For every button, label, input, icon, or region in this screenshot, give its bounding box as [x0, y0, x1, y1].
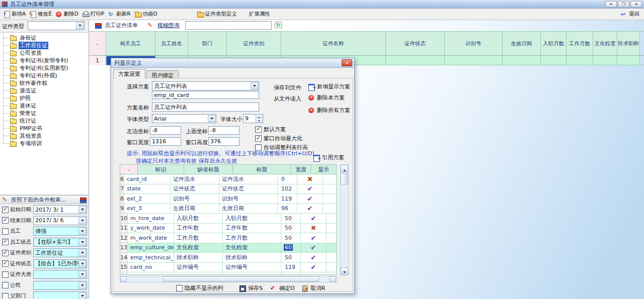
column-row[interactable]: 9 ext_3 生效日期 生效日期 96 ✔: [120, 204, 336, 214]
column-row[interactable]: 14 emp_technical_typ 技术职称 技术职称 50 ✔: [120, 253, 336, 263]
column-row[interactable]: 11 y_work_date 工作年数 工作年数 50 ✖: [120, 224, 336, 234]
column-width-value[interactable]: 50: [284, 215, 293, 222]
chevron-down-icon[interactable]: [78, 282, 86, 289]
filter-checkbox[interactable]: [2, 293, 9, 299]
chevron-down-icon[interactable]: [78, 260, 86, 267]
filter-combobox[interactable]: [33, 291, 87, 299]
column-header[interactable]: 标题: [233, 165, 291, 174]
font-size-spinner[interactable]: 9: [243, 114, 263, 123]
tree-item[interactable]: 专利证书(外观): [0, 72, 89, 79]
column-header[interactable]: 显示: [311, 165, 337, 174]
toolbar-button[interactable]: 功能O: [133, 10, 158, 18]
chevron-down-icon[interactable]: [78, 239, 86, 246]
chevron-down-icon[interactable]: [78, 292, 86, 299]
minimize-button[interactable]: ═: [605, 1, 617, 8]
tree-item[interactable]: 软件著作权: [0, 79, 89, 87]
fuzzy-search-input[interactable]: [185, 21, 272, 30]
visibility-mark[interactable]: ✔: [297, 204, 323, 214]
filter-combobox[interactable]: 工作居住证: [33, 248, 87, 257]
auto-maximize-checkbox[interactable]: [255, 135, 262, 142]
table-column-header[interactable]: 证件类别: [227, 32, 281, 55]
column-row[interactable]: 13 emp_culture_degr 文化程度 文化程度 60 ✔: [120, 243, 336, 253]
filter-checkbox[interactable]: [2, 282, 9, 288]
toolbar-button[interactable]: 修改E: [28, 10, 53, 18]
select-scheme-combobox[interactable]: 员工证件列表: [152, 81, 259, 90]
filter-combobox[interactable]: 【组合】1已办理申: [33, 259, 87, 268]
tree-item[interactable]: 专利证书(实用新型): [0, 64, 89, 72]
top-coord-input[interactable]: -8: [208, 126, 239, 135]
visibility-mark[interactable]: ✔: [301, 253, 327, 262]
ok-button[interactable]: 确定O: [270, 284, 295, 292]
tab-user-binding[interactable]: 用户绑定: [146, 70, 179, 78]
chevron-down-icon[interactable]: [78, 249, 86, 256]
default-scheme-checkbox[interactable]: [255, 126, 262, 133]
filter-combobox[interactable]: [33, 270, 87, 279]
column-row[interactable]: 6 card_id 证件流水 证件流水 0 ✖: [120, 174, 336, 184]
default-scheme-checkbox-row[interactable]: 默认方案: [255, 126, 286, 133]
visibility-mark[interactable]: ✔: [301, 263, 327, 272]
scroll-up-icon[interactable]: [341, 165, 348, 172]
column-header[interactable]: 标识: [138, 165, 184, 174]
column-row[interactable]: 15 card_no 证件编号 证件编号 119 ✔: [120, 263, 336, 273]
use-scheme-button[interactable]: 引用方案: [313, 154, 344, 161]
visibility-mark[interactable]: ✔: [297, 184, 323, 194]
column-width-value[interactable]: 50: [284, 235, 293, 241]
column-row[interactable]: 12 m_work_date 工作月数 工作月数 50 ✔: [120, 233, 336, 243]
tree-item[interactable]: 其他资质: [0, 132, 89, 140]
chevron-down-icon[interactable]: [78, 228, 86, 235]
column-header[interactable]: 宽度: [291, 165, 311, 174]
tree-item[interactable]: 身份证: [0, 34, 89, 42]
filter-checkbox[interactable]: [2, 217, 9, 224]
table-column-header[interactable]: 证件名称: [281, 32, 386, 55]
read-from-file-button[interactable]: 从文件读入: [274, 95, 301, 103]
save-to-file-button[interactable]: 保存到文件: [274, 84, 301, 91]
table-column-header[interactable]: 员工姓名: [155, 32, 188, 55]
toolbar-button[interactable]: 删除D: [54, 10, 79, 18]
column-width-value[interactable]: 0: [280, 176, 286, 182]
visibility-mark[interactable]: ✖: [301, 224, 327, 233]
table-column-header[interactable]: 相关员工: [106, 32, 155, 55]
table-column-header[interactable]: 文化程度: [593, 32, 617, 55]
hide-hidden-columns-checkbox[interactable]: [176, 285, 183, 291]
chevron-down-icon[interactable]: [76, 22, 84, 29]
panel-toggle-icon[interactable]: [79, 196, 87, 203]
table-column-header[interactable]: 技术职称: [617, 32, 640, 55]
visibility-mark[interactable]: ✖: [297, 174, 323, 184]
left-coord-input[interactable]: -8: [150, 126, 181, 135]
column-row[interactable]: 10 m_hire_date 入职月数 入职月数 50 ✔: [120, 214, 336, 224]
filter-checkbox[interactable]: [2, 207, 9, 213]
delete-scheme-button[interactable]: 删除本方案: [308, 94, 345, 102]
toolbar-button[interactable]: 新增A: [2, 10, 27, 18]
filter-checkbox[interactable]: [2, 250, 9, 256]
vertical-scrollbar[interactable]: [340, 164, 349, 275]
hide-hidden-columns-row[interactable]: 隐藏不显示的列: [176, 284, 223, 292]
chevron-down-icon[interactable]: [78, 206, 86, 213]
tab-employee-cert-list[interactable]: 员工证件清单: [95, 22, 138, 29]
tree-item[interactable]: 退伍证: [0, 87, 89, 94]
tree-item[interactable]: 专利证书(发明专利): [0, 57, 89, 64]
toolbar-button[interactable]: 扩展属性: [239, 10, 271, 18]
visibility-mark[interactable]: ✔: [301, 272, 327, 275]
tree-item[interactable]: 荣誉证: [0, 110, 89, 117]
column-row[interactable]: 8 ext_2 识别号 识别号 119 ✔: [120, 194, 336, 204]
save-button[interactable]: 保存S: [239, 284, 263, 292]
cert-type-combobox[interactable]: [28, 21, 85, 30]
table-column-header[interactable]: 工作月数: [567, 32, 593, 55]
tree-item[interactable]: 工作居住证: [0, 42, 89, 49]
tab-scheme-settings[interactable]: 方案设置: [113, 69, 145, 78]
spin-up-icon[interactable]: [256, 115, 263, 119]
scroll-thumb[interactable]: [163, 276, 319, 282]
visibility-mark[interactable]: ✔: [297, 194, 323, 204]
tab-fuzzy-search[interactable]: 模糊查询: [147, 22, 180, 29]
auto-maximize-checkbox-row[interactable]: 窗口自动最大化: [255, 135, 302, 142]
column-header[interactable]: -: [120, 165, 138, 174]
font-type-combobox[interactable]: Arial: [152, 114, 216, 123]
table-column-header[interactable]: 生效日期: [503, 32, 541, 55]
window-height-input[interactable]: 376: [208, 137, 239, 146]
column-width-value[interactable]: 50: [284, 254, 293, 261]
maximize-button[interactable]: ❐: [618, 1, 629, 8]
scroll-thumb[interactable]: [341, 173, 348, 184]
column-row[interactable]: 7 state 证件状态 证件状态 102 ✔: [120, 184, 336, 194]
column-row[interactable]: 16 ✔: [120, 272, 336, 275]
dialog-close-button[interactable]: ✕: [342, 59, 352, 66]
